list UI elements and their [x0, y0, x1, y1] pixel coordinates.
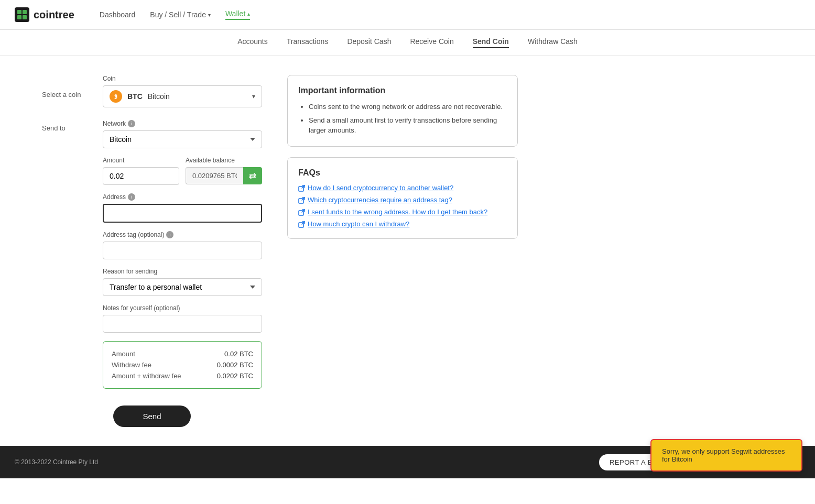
- faq-link-4[interactable]: How much crypto can I withdraw?: [298, 220, 507, 228]
- buy-sell-chevron-icon: ▾: [208, 12, 211, 18]
- amount-input[interactable]: [103, 167, 179, 185]
- network-label-row: Network i: [103, 120, 262, 127]
- external-link-icon-1: [298, 185, 305, 192]
- swap-icon: [248, 172, 257, 180]
- nav-buy-sell-label: Buy / Sell / Trade: [150, 10, 206, 19]
- address-tag-info-icon[interactable]: i: [166, 231, 173, 238]
- reason-label: Reason for sending: [103, 268, 262, 275]
- balance-field: Available balance: [186, 157, 262, 185]
- subnav-withdraw-cash[interactable]: Withdraw Cash: [528, 37, 578, 48]
- coin-name: Bitcoin: [148, 92, 170, 101]
- swap-button[interactable]: [243, 167, 262, 184]
- external-link-icon-3: [298, 209, 305, 216]
- coin-section: Select a coin Coin ₿ BTC Bitcoin ▾: [42, 75, 262, 107]
- svg-rect-1: [17, 10, 21, 14]
- address-tag-field: Address tag (optional) i: [103, 231, 262, 259]
- network-label: Network: [103, 120, 126, 127]
- coin-select-chevron-icon: ▾: [252, 93, 255, 100]
- external-link-icon-4: [298, 221, 305, 228]
- logo-icon: [15, 7, 29, 22]
- important-list: Coins sent to the wrong network or addre…: [298, 102, 507, 136]
- notes-field: Notes for yourself (optional): [103, 304, 262, 333]
- coin-symbol: BTC: [127, 92, 143, 101]
- amount-label: Amount: [103, 157, 179, 164]
- network-field: Network i Bitcoin: [103, 120, 262, 148]
- subnav-deposit-cash[interactable]: Deposit Cash: [347, 37, 391, 48]
- important-item-1: Coins sent to the wrong network or addre…: [309, 102, 507, 112]
- form-panel: Select a coin Coin ₿ BTC Bitcoin ▾ Send …: [42, 75, 262, 427]
- nav-dashboard[interactable]: Dashboard: [100, 10, 136, 19]
- reason-select[interactable]: Transfer to a personal wallet Purchase o…: [103, 278, 262, 296]
- balance-wrapper: [186, 167, 262, 184]
- footer-copyright: © 2013-2022 Cointree Pty Ltd: [15, 458, 98, 466]
- summary-amount-label: Amount: [112, 350, 135, 358]
- amount-field: Amount: [103, 157, 179, 185]
- info-panel: Important information Coins sent to the …: [287, 75, 518, 427]
- faq-link-2[interactable]: Which cryptocurrencies require an addres…: [298, 196, 507, 204]
- nav-buy-sell[interactable]: Buy / Sell / Trade ▾: [150, 10, 211, 19]
- subnav-transactions[interactable]: Transactions: [287, 37, 329, 48]
- balance-display: [186, 167, 243, 184]
- svg-rect-2: [23, 10, 27, 14]
- faq-box: FAQs How do I send cryptocurrency to ano…: [287, 157, 518, 239]
- notes-label: Notes for yourself (optional): [103, 304, 262, 312]
- address-label-row: Address i: [103, 193, 262, 201]
- summary-amount-value: 0.02 BTC: [224, 350, 253, 358]
- summary-total-label: Amount + withdraw fee: [112, 372, 181, 380]
- faq-link-1-text: How do I send cryptocurrency to another …: [308, 184, 453, 192]
- address-tag-input[interactable]: [103, 242, 262, 259]
- network-info-icon[interactable]: i: [128, 120, 135, 127]
- svg-rect-0: [15, 7, 29, 22]
- send-button-container: Send: [42, 406, 262, 427]
- nav-wallet-label: Wallet: [225, 9, 245, 18]
- logo[interactable]: cointree: [15, 7, 74, 22]
- coin-select[interactable]: ₿ BTC Bitcoin ▾: [103, 85, 262, 107]
- important-item-2: Send a small amount first to verify tran…: [309, 115, 507, 136]
- nav-wallet[interactable]: Wallet ▴: [225, 9, 250, 20]
- summary-fee-label: Withdraw fee: [112, 361, 151, 369]
- summary-amount-row: Amount 0.02 BTC: [112, 350, 253, 358]
- subnav-receive-coin[interactable]: Receive Coin: [410, 37, 453, 48]
- toast-message: Sorry, we only support Segwit addresses …: [662, 447, 785, 463]
- summary-box: Amount 0.02 BTC Withdraw fee 0.0002 BTC …: [103, 341, 262, 389]
- faq-link-2-text: Which cryptocurrencies require an addres…: [308, 196, 452, 204]
- faq-link-3-text: I sent funds to the wrong address. How d…: [308, 208, 487, 216]
- btc-icon: ₿: [110, 90, 122, 103]
- important-box: Important information Coins sent to the …: [287, 75, 518, 147]
- important-title: Important information: [298, 86, 507, 95]
- brand-name: cointree: [34, 9, 74, 21]
- notes-input[interactable]: [103, 315, 262, 333]
- coin-select-inner: ₿ BTC Bitcoin: [110, 90, 170, 103]
- faq-link-1[interactable]: How do I send cryptocurrency to another …: [298, 184, 507, 192]
- external-link-icon-2: [298, 197, 305, 204]
- address-tag-label-row: Address tag (optional) i: [103, 231, 262, 238]
- faq-link-3[interactable]: I sent funds to the wrong address. How d…: [298, 208, 507, 216]
- subnav-send-coin[interactable]: Send Coin: [473, 37, 509, 48]
- address-field: Address i: [103, 193, 262, 223]
- address-label: Address: [103, 193, 126, 201]
- select-coin-label: Select a coin: [42, 75, 92, 107]
- address-tag-label: Address tag (optional): [103, 231, 164, 238]
- svg-rect-3: [17, 15, 21, 19]
- send-to-label: Send to: [42, 120, 92, 333]
- summary-fee-value: 0.0002 BTC: [217, 361, 253, 369]
- faq-link-4-text: How much crypto can I withdraw?: [308, 220, 409, 228]
- header: cointree Dashboard Buy / Sell / Trade ▾ …: [0, 0, 815, 30]
- coin-fields: Coin ₿ BTC Bitcoin ▾: [103, 75, 262, 107]
- main-content: Select a coin Coin ₿ BTC Bitcoin ▾ Send …: [0, 56, 815, 446]
- coin-field-label: Coin: [103, 75, 262, 82]
- faq-title: FAQs: [298, 168, 507, 178]
- reason-field: Reason for sending Transfer to a persona…: [103, 268, 262, 296]
- send-to-section: Send to Network i Bitcoin Amount: [42, 120, 262, 333]
- send-to-fields: Network i Bitcoin Amount Available balan…: [103, 120, 262, 333]
- subnav-accounts[interactable]: Accounts: [237, 37, 268, 48]
- summary-fee-row: Withdraw fee 0.0002 BTC: [112, 361, 253, 369]
- address-info-icon[interactable]: i: [128, 193, 135, 201]
- balance-label: Available balance: [186, 157, 262, 164]
- send-button[interactable]: Send: [113, 406, 190, 427]
- network-select[interactable]: Bitcoin: [103, 130, 262, 148]
- top-navigation: Dashboard Buy / Sell / Trade ▾ Wallet ▴: [100, 9, 251, 20]
- sub-navigation: Accounts Transactions Deposit Cash Recei…: [0, 30, 815, 56]
- address-input[interactable]: [103, 204, 262, 223]
- toast-notification: Sorry, we only support Segwit addresses …: [650, 439, 802, 472]
